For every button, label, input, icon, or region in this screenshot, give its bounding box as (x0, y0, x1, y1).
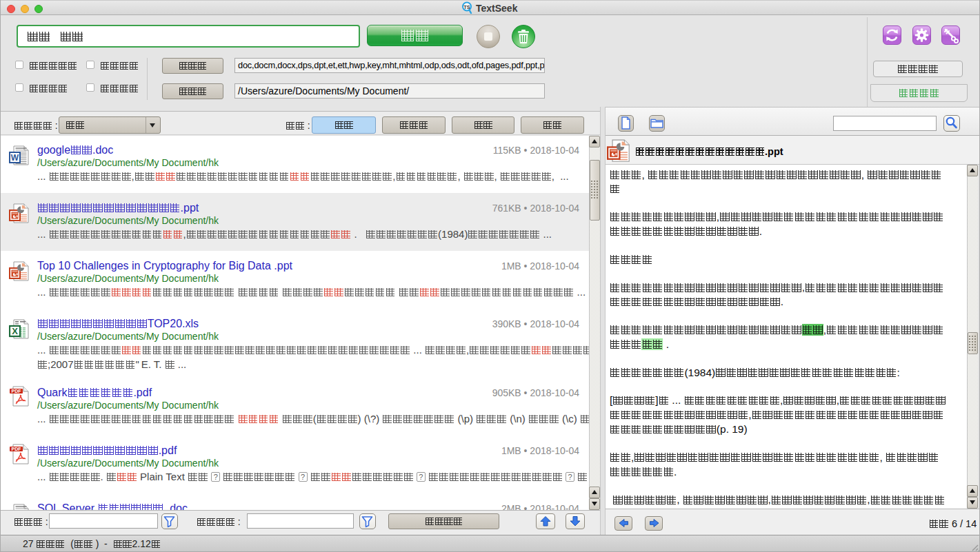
svg-text:PDF: PDF (12, 447, 22, 451)
svg-text:TS: TS (463, 4, 470, 10)
svg-text:X: X (12, 326, 18, 336)
svg-text:W: W (11, 153, 19, 163)
svg-text:PDF: PDF (12, 389, 22, 393)
